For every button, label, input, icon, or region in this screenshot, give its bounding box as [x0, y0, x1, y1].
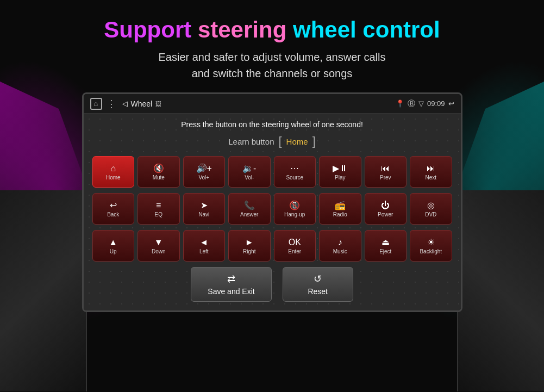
- button-grid-row1: ⌂Home🔇Mute🔊+Vol+🔉-Vol-⋯Source▶⏸Play⏮Prev…: [92, 156, 452, 188]
- window-indicator: ◁: [122, 99, 128, 108]
- button-back-label: Back: [107, 211, 119, 217]
- learn-button-value: Home: [286, 137, 308, 146]
- button-back[interactable]: ↩Back: [92, 193, 135, 225]
- button-up[interactable]: ▲Up: [92, 230, 135, 262]
- button-answer[interactable]: 📞Answer: [228, 193, 271, 225]
- bluetooth-icon: Ⓑ: [408, 99, 415, 109]
- button-backlight-icon: ☀: [427, 238, 435, 247]
- button-source-icon: ⋯: [290, 164, 299, 173]
- time-display: 09:09: [427, 99, 445, 108]
- button-home-icon: ⌂: [110, 164, 116, 173]
- button-navi-icon: ➤: [201, 201, 208, 210]
- button-music-label: Music: [333, 248, 347, 254]
- side-keyboard-left: [0, 190, 87, 391]
- location-icon: 📍: [396, 99, 404, 108]
- button-ok[interactable]: OKEnter: [274, 230, 316, 262]
- button-power-label: Power: [378, 211, 393, 217]
- button-music-icon: ♪: [338, 238, 342, 247]
- button-answer-icon: 📞: [244, 201, 255, 210]
- wheel-icon: 🖼: [155, 101, 161, 107]
- back-icon[interactable]: ↩: [448, 99, 454, 108]
- title-support: Support: [104, 17, 191, 42]
- button-power-icon: ⏻: [381, 201, 390, 210]
- button-down-label: Down: [152, 248, 166, 254]
- button-prev-icon: ⏮: [381, 164, 390, 173]
- button-eject[interactable]: ⏏Eject: [365, 230, 407, 262]
- press-instruction: Press the button on the steering wheel o…: [92, 120, 452, 129]
- button-eq-label: EQ: [155, 211, 162, 217]
- button-dvd-icon: ◎: [427, 201, 435, 210]
- button-navi-label: Navi: [198, 211, 209, 217]
- button-vol_plus[interactable]: 🔊+Vol+: [183, 156, 226, 188]
- button-up-label: Up: [110, 248, 117, 254]
- button-dvd[interactable]: ◎DVD: [410, 193, 452, 225]
- header: Support steering wheel control Easier an…: [0, 0, 544, 82]
- window-title: Wheel: [131, 99, 153, 108]
- button-backlight[interactable]: ☀Backlight: [410, 230, 452, 262]
- button-mute-icon: 🔇: [153, 164, 164, 173]
- button-vol_minus-icon: 🔉-: [242, 164, 256, 173]
- button-power[interactable]: ⏻Power: [365, 193, 407, 225]
- button-mute[interactable]: 🔇Mute: [137, 156, 180, 188]
- button-play-icon: ▶⏸: [333, 164, 348, 173]
- button-radio-icon: 📻: [335, 201, 346, 210]
- button-next-label: Next: [425, 175, 436, 181]
- side-keyboard-right: [457, 190, 544, 391]
- button-left[interactable]: ◄Left: [183, 230, 226, 262]
- button-navi[interactable]: ➤Navi: [183, 193, 226, 225]
- button-ok-label: Enter: [288, 248, 301, 254]
- device-frame: ⌂ ⋮ ◁ Wheel 🖼 📍 Ⓑ ▽ 09:09 ↩ Press the bu…: [82, 92, 462, 312]
- learn-button-label: Learn button: [228, 137, 274, 146]
- button-hangup-label: Hang-up: [284, 211, 305, 217]
- signal-icon: ▽: [418, 99, 424, 108]
- learn-bracket-close: ]: [312, 134, 316, 148]
- button-vol_plus-label: Vol+: [198, 175, 209, 181]
- button-down-icon: ▼: [154, 238, 163, 247]
- button-music[interactable]: ♪Music: [319, 230, 361, 262]
- button-ok-icon: OK: [289, 238, 301, 247]
- button-grid-row3: ▲Up▼Down◄Left►RightOKEnter♪Music⏏Eject☀B…: [92, 230, 452, 262]
- app-content: Press the button on the steering wheel o…: [84, 114, 461, 310]
- button-home-label: Home: [106, 175, 121, 181]
- button-back-icon: ↩: [110, 201, 117, 210]
- title-wheel: wheel: [286, 17, 356, 42]
- save-exit-button[interactable]: ⇄ Save and Exit: [191, 267, 271, 302]
- header-title: Support steering wheel control: [0, 16, 544, 43]
- button-source[interactable]: ⋯Source: [274, 156, 316, 188]
- button-next[interactable]: ⏭Next: [410, 156, 452, 188]
- button-home[interactable]: ⌂Home: [92, 156, 135, 188]
- button-prev-label: Prev: [380, 175, 391, 181]
- button-eq[interactable]: ≡EQ: [137, 193, 180, 225]
- save-exit-label: Save and Exit: [208, 287, 254, 296]
- button-eject-icon: ⏏: [382, 238, 390, 247]
- button-play[interactable]: ▶⏸Play: [319, 156, 361, 188]
- home-icon-status[interactable]: ⌂: [90, 98, 102, 110]
- button-prev[interactable]: ⏮Prev: [365, 156, 407, 188]
- reset-label: Reset: [308, 287, 328, 296]
- title-steering: steering: [191, 17, 286, 42]
- button-next-icon: ⏭: [427, 164, 435, 173]
- status-bar-left: ⌂ ⋮: [90, 98, 117, 110]
- header-subtitle: Easier and safer to adjust volume, answe…: [0, 49, 544, 82]
- learn-button-row: Learn button [ Home ]: [92, 134, 452, 148]
- button-backlight-label: Backlight: [420, 248, 442, 254]
- button-grid-row2: ↩Back≡EQ➤Navi📞Answer📵Hang-up📻Radio⏻Power…: [92, 193, 452, 225]
- button-radio-label: Radio: [333, 211, 347, 217]
- button-right-icon: ►: [245, 238, 254, 247]
- menu-dots-icon[interactable]: ⋮: [107, 98, 117, 110]
- reset-icon: ↺: [314, 273, 322, 285]
- button-vol_minus[interactable]: 🔉-Vol-: [228, 156, 271, 188]
- status-bar-center: ◁ Wheel 🖼: [122, 99, 396, 108]
- button-answer-label: Answer: [240, 211, 258, 217]
- button-radio[interactable]: 📻Radio: [319, 193, 361, 225]
- button-vol_plus-icon: 🔊+: [196, 164, 212, 173]
- button-hangup-icon: 📵: [289, 201, 300, 210]
- button-hangup[interactable]: 📵Hang-up: [274, 193, 316, 225]
- button-down[interactable]: ▼Down: [137, 230, 180, 262]
- save-exit-icon: ⇄: [227, 273, 235, 285]
- button-eq-icon: ≡: [156, 201, 161, 210]
- button-play-label: Play: [335, 175, 345, 181]
- button-up-icon: ▲: [109, 238, 117, 247]
- button-right[interactable]: ►Right: [228, 230, 271, 262]
- reset-button[interactable]: ↺ Reset: [283, 267, 353, 302]
